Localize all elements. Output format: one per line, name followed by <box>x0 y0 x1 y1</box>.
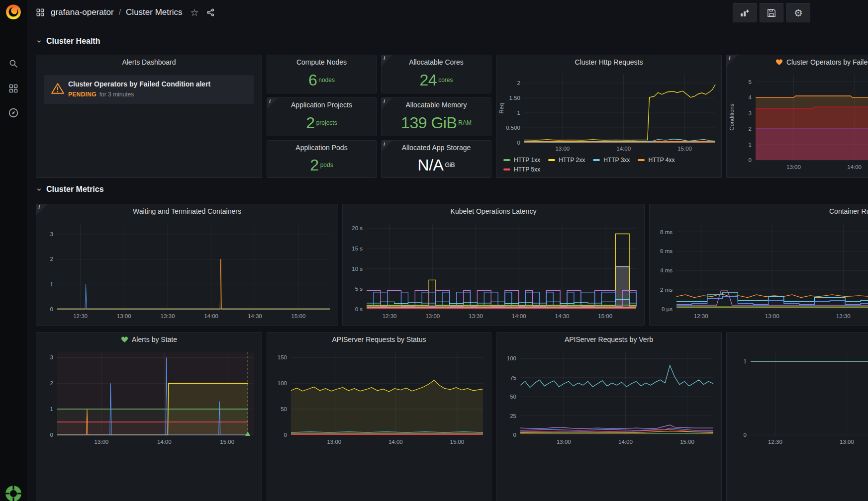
panel-title[interactable]: Application Projects <box>267 98 376 112</box>
dashboards-icon[interactable] <box>0 78 27 99</box>
panel-title[interactable]: Alerts Dashboard <box>36 55 262 69</box>
info-icon[interactable]: i <box>727 55 738 66</box>
svg-text:13:00: 13:00 <box>555 146 570 152</box>
timeseries-chart[interactable]: 01234513:0014:0015:00Conditions <box>728 70 868 172</box>
svg-text:150: 150 <box>278 354 287 360</box>
heart-alert-icon <box>775 59 783 66</box>
info-icon[interactable]: i <box>382 141 392 152</box>
svg-text:15:00: 15:00 <box>598 313 612 319</box>
panel-title[interactable]: Allocated App Storage <box>382 141 491 155</box>
panel-title[interactable]: Container Runtime Operations Latency <box>650 204 868 218</box>
alert-duration: for 3 minutes <box>99 91 134 98</box>
panel-title[interactable]: APIServer Requests by Status <box>267 333 491 346</box>
section-cluster-metrics[interactable]: Cluster Metrics <box>36 185 104 194</box>
save-dashboard-button[interactable] <box>760 3 783 22</box>
panel-application-projects: i Application Projects 2projects <box>267 97 377 136</box>
svg-text:13:00: 13:00 <box>786 164 801 170</box>
panel-title[interactable]: Cluster Operators by Failed Condition <box>727 55 868 69</box>
panel-title[interactable]: Alerts by State <box>36 333 262 346</box>
svg-text:Req: Req <box>498 103 504 113</box>
breadcrumb-folder[interactable]: grafana-operator <box>51 7 114 17</box>
svg-text:14:00: 14:00 <box>618 439 633 445</box>
svg-text:2: 2 <box>50 256 53 262</box>
breadcrumb-dashboard-title[interactable]: Cluster Metrics <box>126 7 182 17</box>
search-icon[interactable] <box>0 53 27 75</box>
help-lifebuoy-icon[interactable] <box>0 481 27 501</box>
share-icon[interactable] <box>206 8 215 17</box>
svg-text:3: 3 <box>50 231 53 237</box>
svg-text:13:00: 13:00 <box>117 313 131 319</box>
explore-compass-icon[interactable] <box>0 102 27 124</box>
svg-text:15:00: 15:00 <box>677 146 692 152</box>
alert-state-badge: PENDING <box>68 91 96 98</box>
svg-text:0: 0 <box>749 157 752 163</box>
panel-title[interactable]: Waiting and Terminated Containers <box>36 204 338 218</box>
svg-text:14:00: 14:00 <box>157 439 172 445</box>
stat-value: 6nodes <box>267 70 376 90</box>
navbar-actions: ⚙ <box>733 3 810 22</box>
legend-item[interactable]: HTTP 4xx <box>638 157 675 164</box>
svg-text:13:00: 13:00 <box>557 439 571 445</box>
chevron-down-icon <box>36 38 42 45</box>
panel-title[interactable]: Cluster Http Requests <box>496 55 721 69</box>
panel-title[interactable]: Allocatable Cores <box>382 55 491 69</box>
legend-item[interactable]: HTTP 2xx <box>548 157 585 164</box>
timeseries-chart[interactable]: 0 µs2 ms4 ms6 ms8 ms12:3013:0013:3014:00… <box>651 219 868 321</box>
section-cluster-health[interactable]: Cluster Health <box>36 37 100 46</box>
info-icon[interactable]: i <box>382 55 392 66</box>
svg-text:13:00: 13:00 <box>94 439 108 445</box>
alert-list-item[interactable]: Cluster Operators by Failed Condition al… <box>44 75 254 104</box>
legend-item[interactable]: HTTP 5xx <box>503 166 540 173</box>
svg-text:5 s: 5 s <box>355 286 363 292</box>
svg-text:13:00: 13:00 <box>425 313 440 319</box>
panel-cluster-http-requests: Cluster Http Requests 00.50011.50213:001… <box>496 55 722 178</box>
svg-text:1.50: 1.50 <box>509 95 520 101</box>
svg-text:2 ms: 2 ms <box>660 287 673 293</box>
svg-text:15:00: 15:00 <box>680 439 694 445</box>
legend-item[interactable]: HTTP 1xx <box>503 157 540 164</box>
panel-waiting-terminated-containers: i Waiting and Terminated Containers 0123… <box>36 204 338 326</box>
svg-text:14:00: 14:00 <box>616 146 631 152</box>
svg-text:0: 0 <box>517 140 520 146</box>
svg-text:14:00: 14:00 <box>847 164 862 170</box>
timeseries-chart[interactable]: 0112:3013:0013:3014:0014:3015:00 <box>728 347 868 447</box>
info-icon[interactable]: i <box>267 98 278 109</box>
info-icon[interactable]: i <box>382 98 392 109</box>
timeseries-chart[interactable]: 00.50011.50213:0014:0015:00Req <box>497 70 720 154</box>
stat-value: 2pods <box>267 156 376 174</box>
sidebar <box>0 0 27 501</box>
svg-text:13:00: 13:00 <box>840 439 854 445</box>
timeseries-chart[interactable]: 025507510013:0014:0015:00 <box>497 347 720 447</box>
panel-title[interactable]: Compute Nodes <box>267 55 376 69</box>
timeseries-chart[interactable]: 05010015013:0014:0015:00 <box>268 347 490 447</box>
svg-text:0 s: 0 s <box>355 306 363 312</box>
panel-bottom-right-partial: 0112:3013:0013:3014:0014:3015:00 <box>726 332 868 501</box>
breadcrumb-separator: / <box>119 8 121 17</box>
panel-title[interactable]: Kubelet Operations Latency <box>343 204 644 218</box>
svg-text:14:00: 14:00 <box>512 313 526 319</box>
svg-text:3: 3 <box>749 110 752 116</box>
svg-text:14:00: 14:00 <box>204 313 218 319</box>
timeseries-chart[interactable]: 012312:3013:0013:3014:0014:3015:00 <box>37 219 337 321</box>
grafana-logo-icon[interactable] <box>5 3 22 20</box>
legend-item[interactable]: HTTP 3xx <box>593 157 630 164</box>
info-icon[interactable]: i <box>36 204 47 215</box>
add-panel-button[interactable] <box>733 3 757 22</box>
panel-title[interactable]: Allocatable Memory <box>382 98 491 112</box>
top-navbar: grafana-operator / Cluster Metrics ☆ <box>27 0 868 25</box>
panel-container-runtime-latency: Container Runtime Operations Latency 0 µ… <box>649 204 868 326</box>
svg-text:50: 50 <box>281 406 287 412</box>
svg-text:6 ms: 6 ms <box>660 248 673 254</box>
panel-title[interactable]: Application Pods <box>267 141 376 155</box>
dashboard-settings-button[interactable]: ⚙ <box>786 3 810 22</box>
dashboard-grid-icon[interactable] <box>36 8 45 17</box>
grafana-dashboard: grafana-operator / Cluster Metrics ☆ <box>0 0 868 501</box>
svg-text:14:30: 14:30 <box>555 313 570 319</box>
panel-title[interactable]: APIServer Requests by Verb <box>496 333 721 346</box>
svg-text:10 s: 10 s <box>352 266 363 272</box>
heart-ok-icon <box>121 336 128 343</box>
star-icon[interactable]: ☆ <box>190 8 198 17</box>
timeseries-chart[interactable]: 012313:0014:0015:00 <box>37 347 261 447</box>
svg-text:14:30: 14:30 <box>248 313 262 319</box>
timeseries-chart[interactable]: 0 s5 s10 s15 s20 s12:3013:0013:3014:0014… <box>344 219 643 321</box>
